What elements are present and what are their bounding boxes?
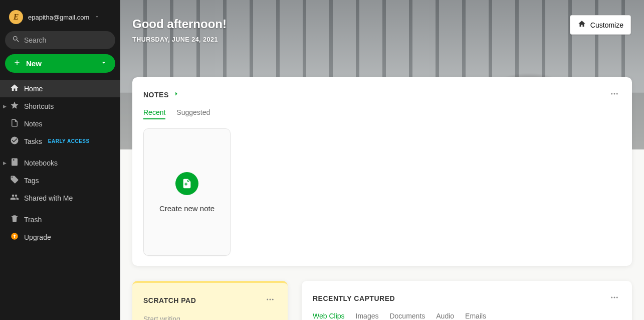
home-icon — [10, 83, 19, 94]
notes-more-button[interactable] — [608, 87, 621, 102]
notebook-icon — [10, 157, 19, 168]
sidebar-nav: Home ▶ Shortcuts Notes Tasks EARLY ACCES… — [0, 80, 120, 250]
notes-tabs: Recent Suggested — [143, 108, 621, 119]
tab-suggested[interactable]: Suggested — [176, 108, 210, 119]
sidebar-item-notes[interactable]: Notes — [0, 115, 120, 132]
sidebar-item-label: Tasks — [24, 137, 42, 145]
search-input[interactable] — [24, 36, 108, 44]
new-note-icon — [175, 172, 198, 195]
scratch-title: SCRATCH PAD — [143, 296, 196, 304]
greeting: Good afternoon! THURSDAY, JUNE 24, 2021 — [132, 17, 227, 43]
home-gear-icon — [577, 20, 586, 30]
notes-title-link[interactable]: NOTES — [143, 90, 180, 99]
scratch-pad-widget: SCRATCH PAD — [132, 281, 288, 320]
sidebar-item-label: Notes — [24, 120, 43, 128]
captured-more-button[interactable] — [608, 291, 621, 306]
star-icon — [10, 101, 19, 111]
trash-icon — [10, 214, 19, 225]
more-icon — [610, 295, 619, 303]
sidebar-item-label: Trash — [24, 216, 42, 224]
people-icon — [10, 193, 19, 203]
scratch-textarea[interactable] — [143, 315, 277, 320]
sidebar-item-upgrade[interactable]: Upgrade — [0, 228, 120, 246]
customize-button[interactable]: Customize — [570, 15, 631, 35]
search-input-wrap[interactable] — [5, 31, 115, 49]
tab-documents[interactable]: Documents — [389, 312, 425, 320]
tab-recent[interactable]: Recent — [143, 108, 165, 119]
notes-widget: NOTES Recent Suggested — [132, 77, 632, 266]
svg-point-7 — [611, 297, 612, 298]
more-icon — [610, 91, 619, 100]
tab-emails[interactable]: Emails — [465, 312, 486, 320]
tag-icon — [10, 175, 19, 186]
svg-point-8 — [614, 297, 615, 298]
captured-tabs: Web Clips Images Documents Audio Emails — [313, 312, 621, 320]
svg-point-4 — [267, 299, 268, 300]
early-access-badge: EARLY ACCESS — [48, 138, 90, 144]
more-icon — [266, 297, 275, 305]
sidebar-item-label: Shortcuts — [24, 102, 54, 110]
notes-title: NOTES — [143, 91, 169, 99]
svg-point-6 — [272, 299, 274, 300]
sidebar-item-tags[interactable]: Tags — [0, 172, 120, 189]
main: Good afternoon! THURSDAY, JUNE 24, 2021 … — [120, 0, 644, 320]
sidebar-item-tasks[interactable]: Tasks EARLY ACCESS — [0, 132, 120, 150]
tab-images[interactable]: Images — [356, 312, 379, 320]
create-note-label: Create new note — [159, 204, 214, 213]
svg-point-2 — [614, 93, 615, 95]
check-circle-icon — [10, 136, 19, 146]
account-email: epapitha@gmail.com — [28, 14, 89, 21]
sidebar-item-trash[interactable]: Trash — [0, 211, 120, 228]
create-note-tile[interactable]: Create new note — [143, 128, 231, 256]
captured-title: RECENTLY CAPTURED — [313, 294, 395, 302]
sidebar-item-label: Home — [24, 85, 43, 93]
chevron-down-icon — [94, 13, 100, 22]
caret-right-icon: ▶ — [3, 104, 7, 109]
search-icon — [12, 35, 20, 45]
caret-right-icon: ▶ — [3, 161, 7, 166]
greeting-text: Good afternoon! — [132, 17, 227, 31]
new-button-label: New — [26, 59, 42, 68]
svg-point-1 — [611, 93, 612, 95]
upgrade-icon — [10, 232, 19, 242]
sidebar-item-label: Upgrade — [24, 233, 51, 241]
chevron-down-icon — [100, 59, 107, 68]
avatar: E — [9, 10, 23, 24]
svg-point-9 — [616, 297, 618, 298]
sidebar-item-label: Notebooks — [24, 159, 58, 167]
greeting-date: THURSDAY, JUNE 24, 2021 — [132, 36, 227, 43]
sidebar-item-notebooks[interactable]: ▶ Notebooks — [0, 154, 120, 172]
chevron-right-icon — [173, 90, 180, 99]
plus-icon — [13, 59, 21, 68]
tab-audio[interactable]: Audio — [436, 312, 454, 320]
note-icon — [10, 118, 19, 129]
sidebar: E epapitha@gmail.com New — [0, 0, 120, 320]
svg-point-3 — [616, 93, 618, 95]
account-menu[interactable]: E epapitha@gmail.com — [0, 5, 120, 31]
customize-label: Customize — [590, 21, 623, 29]
sidebar-item-label: Tags — [24, 177, 39, 185]
recently-captured-widget: RECENTLY CAPTURED Web Clips Images Docum… — [302, 281, 632, 320]
sidebar-item-home[interactable]: Home — [0, 80, 120, 97]
sidebar-item-label: Shared with Me — [24, 194, 73, 202]
svg-point-5 — [270, 299, 271, 300]
sidebar-item-shared[interactable]: Shared with Me — [0, 189, 120, 207]
sidebar-item-shortcuts[interactable]: ▶ Shortcuts — [0, 97, 120, 115]
new-button[interactable]: New — [5, 54, 115, 73]
tab-webclips[interactable]: Web Clips — [313, 312, 345, 320]
scratch-more-button[interactable] — [264, 293, 277, 308]
